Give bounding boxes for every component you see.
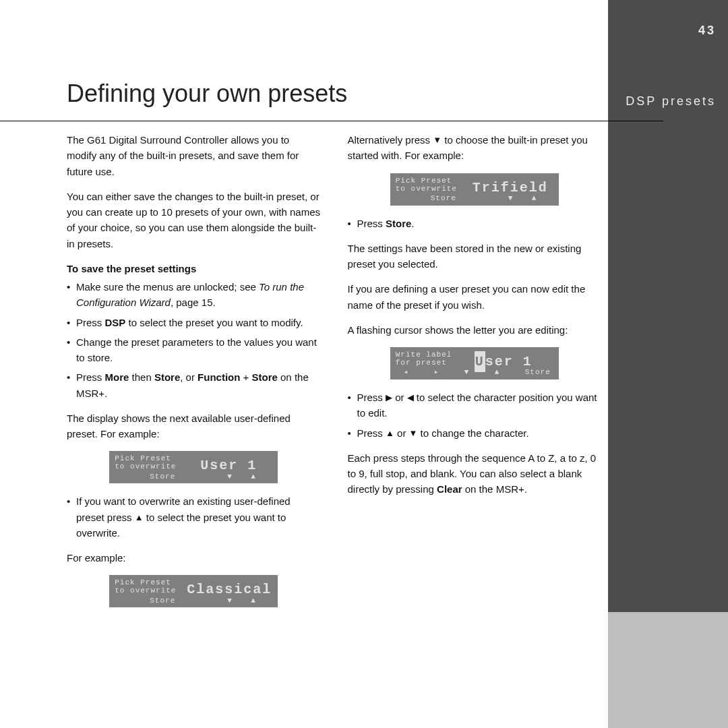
bullet-item: • Press DSP to select the preset you wan… [67,315,321,330]
button-label: Store [386,218,411,229]
up-icon: ▲ [532,193,537,204]
lcd-line1: Pick Preset [115,454,171,462]
up-icon: ▲ [251,595,256,607]
up-icon: ▲ [135,511,144,524]
lcd-store-label: Store [431,193,456,204]
lcd-line1: Write label [396,351,452,359]
prev-icon: ◂ [404,367,409,378]
text: Press [76,371,105,383]
bullet-icon: • [67,369,76,401]
lcd-softkeys: Store ▼ ▲ [109,596,278,605]
up-icon: ▲ [251,471,256,483]
column-left: The G61 Digital Surround Controller allo… [67,132,321,617]
main-content: Defining your own presets The G61 Digita… [55,0,608,728]
bullet-text: If you want to overwrite an existing use… [76,493,321,541]
lcd-display-write-label: Write label for preset User 1 ◂ ▸ ▼ ▲ St… [390,347,559,380]
paragraph: For example: [67,550,321,566]
text: . [411,218,414,229]
lcd-prompt: Pick Preset to overwrite [115,454,176,471]
bullet-item: • Change the preset parameters to the va… [67,334,321,366]
lcd-line1: Pick Preset [396,177,452,185]
bullet-icon: • [348,216,357,231]
right-icon: ▶ [386,391,392,404]
button-label: Store [154,371,180,383]
down-icon: ▼ [227,595,233,607]
lcd-line2: to overwrite [115,586,176,595]
column-right: Alternatively press ▼ to choose the buil… [348,132,602,617]
lcd-prompt: Write label for preset [396,351,452,367]
text: then [129,371,154,383]
down-icon: ▼ [464,367,470,378]
down-icon: ▼ [508,193,514,204]
two-column-layout: The G61 Digital Surround Controller allo… [67,132,601,617]
text: Press [357,427,386,439]
text: to change the character. [417,427,528,439]
text: Make sure the menus are unlocked; see [76,281,259,293]
subheading-save-preset: To save the preset settings [67,261,321,276]
paragraph: If you are defining a user preset you ca… [348,281,602,313]
text: , or [180,371,198,383]
button-label: Function [198,371,240,383]
page-number: 43 [608,24,716,38]
paragraph: A flashing cursor shows the letter you a… [348,322,602,338]
divider [0,121,663,121]
bullet-text: Press ▲ or ▼ to change the character. [357,425,602,441]
section-label: DSP presets [626,94,716,109]
bullet-icon: • [67,334,76,366]
bullet-text: Press ▶ or ◀ to select the character pos… [357,390,602,421]
manual-page: 43 DSP presets Defining your own presets… [0,0,728,728]
text: Press [357,392,386,403]
lcd-prompt: Pick Preset to overwrite [396,177,457,193]
paragraph: Each press steps through the sequence A … [348,450,602,497]
text: or [392,392,407,403]
text: + [240,371,251,383]
lcd-line1: Pick Preset [115,578,171,586]
bullet-item: • Press Store. [348,216,602,231]
next-icon: ▸ [434,367,439,378]
bullet-icon: • [67,493,76,541]
bullet-icon: • [67,279,76,311]
bullet-item: • Press More then Store, or Function + S… [67,369,321,401]
down-icon: ▼ [227,471,233,483]
lcd-display-user1: Pick Preset to overwrite User 1 Store ▼ … [109,451,278,483]
text: Press [76,317,105,328]
paragraph: Alternatively press ▼ to choose the buil… [348,132,602,164]
lcd-store-label: Store [150,471,175,483]
bullet-icon: • [348,390,357,421]
bullet-item: • Press ▲ or ▼ to change the character. [348,425,602,441]
text: Press [357,218,386,229]
intro-paragraph-1: The G61 Digital Surround Controller allo… [67,132,321,179]
bullet-icon: • [67,315,76,330]
sidebar-light [608,612,728,728]
button-label: Clear [437,483,462,495]
bullet-item: • Press ▶ or ◀ to select the character p… [348,390,602,421]
bullet-text: Press DSP to select the preset you want … [76,315,321,330]
down-icon: ▼ [409,427,418,440]
lcd-softkeys: Store ▼ ▲ [109,472,278,481]
paragraph: The settings have been stored in the new… [348,241,602,272]
bullet-item: • If you want to overwrite an existing u… [67,493,321,541]
bullet-text: Press Store. [357,216,602,231]
lcd-line2: to overwrite [115,462,176,471]
sidebar-dark [608,0,728,612]
text: or [394,427,409,439]
button-label: Store [252,371,278,383]
left-icon: ◀ [407,391,414,404]
up-icon: ▲ [386,427,394,440]
paragraph: The display shows the next available use… [67,411,321,442]
bullet-item: • Make sure the menus are unlocked; see … [67,279,321,311]
button-label: More [105,371,129,383]
lcd-store-label: Store [525,367,551,378]
lcd-store-label: Store [150,595,175,607]
lcd-softkeys: ◂ ▸ ▼ ▲ Store [390,368,559,377]
bullet-icon: • [348,425,357,441]
sidebar: 43 DSP presets [608,0,728,728]
button-label: DSP [105,317,126,328]
text: Alternatively press [348,134,433,146]
intro-paragraph-2: You can either save the changes to the b… [67,189,321,251]
text: to select the preset you want to modify. [125,317,303,328]
text: on the MSR+. [462,483,527,495]
bullet-text: Press More then Store, or Function + Sto… [76,369,321,401]
lcd-line2: for preset [396,359,447,367]
bullet-text: Change the preset parameters to the valu… [76,334,321,366]
